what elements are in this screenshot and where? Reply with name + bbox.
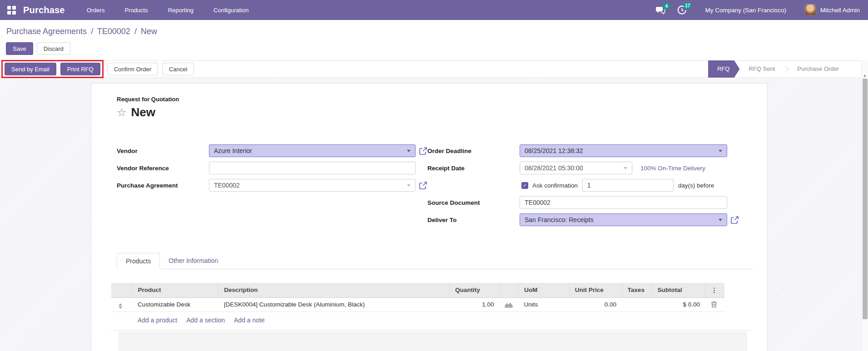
source-document-input[interactable] <box>520 196 727 209</box>
description-column-header: Description <box>218 283 450 297</box>
add-a-product-link[interactable]: Add a product <box>138 316 177 324</box>
menu-configuration[interactable]: Configuration <box>213 0 249 20</box>
drag-handle-icon[interactable] <box>117 303 122 309</box>
send-by-email-button[interactable]: Send by Email <box>5 63 56 75</box>
days-before-input[interactable] <box>582 179 674 192</box>
uom-column-header: UoM <box>518 283 569 297</box>
deliver-to-label: Deliver To <box>427 217 520 223</box>
tab-products[interactable]: Products <box>117 253 160 269</box>
field-grid: Vendor Azure Interior Vendor Reference <box>117 144 754 230</box>
purchase-agreement-select[interactable]: TE00002 <box>209 179 416 192</box>
vendor-select[interactable]: Azure Interior <box>209 144 416 157</box>
order-line-row[interactable]: Customizable Desk [DESK0004] Customizabl… <box>111 297 724 311</box>
confirm-order-button[interactable]: Confirm Order <box>107 63 158 75</box>
discard-button[interactable]: Discard <box>37 42 70 55</box>
order-lines-table: Product Description Quantity UoM Unit Pr… <box>111 283 724 312</box>
record-controls: Save Discard <box>0 40 868 60</box>
scrollbar-thumb[interactable] <box>863 79 868 319</box>
breadcrumb-purchase-agreements[interactable]: Purchase Agreements <box>6 27 87 36</box>
forecast-chart-icon[interactable] <box>505 302 513 308</box>
menu-products[interactable]: Products <box>124 0 149 20</box>
receipt-date-label: Receipt Date <box>427 165 520 172</box>
form-subtitle: Request for Quotation <box>117 96 754 103</box>
cell-product[interactable]: Customizable Desk <box>132 297 218 311</box>
scroll-up-icon[interactable]: ▲ <box>862 60 868 78</box>
sheet-divider <box>111 330 751 331</box>
deliver-to-select[interactable]: San Francisco: Receipts <box>520 213 727 226</box>
cell-taxes[interactable] <box>622 297 652 311</box>
menu-orders[interactable]: Orders <box>86 0 106 20</box>
cell-uom[interactable]: Units <box>518 297 569 311</box>
add-a-section-link[interactable]: Add a section <box>186 316 225 324</box>
quantity-column-header: Quantity <box>450 283 500 297</box>
on-time-delivery-stat: 100% On-Time Delivery <box>640 165 705 172</box>
source-document-label: Source Document <box>427 199 520 206</box>
breadcrumb: Purchase Agreements / TE00002 / New <box>0 20 868 40</box>
activities-button[interactable]: 17 <box>677 5 687 15</box>
record-title: New <box>131 105 155 119</box>
cancel-button[interactable]: Cancel <box>162 63 194 75</box>
breadcrumb-te00002[interactable]: TE00002 <box>97 27 130 36</box>
optional-columns-icon[interactable]: ⋮ <box>705 283 724 297</box>
nav-right: 4 17 My Company (San Francisco) Mitchell… <box>655 4 860 16</box>
chevron-down-icon <box>407 184 411 187</box>
breadcrumb-separator: / <box>133 27 139 36</box>
ask-confirmation-label[interactable]: Ask confirmation <box>532 182 578 189</box>
vendor-label: Vendor <box>117 148 209 154</box>
highlight-red-box: Send by Email Print RFQ <box>1 60 104 78</box>
deliver-to-external-link-icon[interactable] <box>730 216 739 224</box>
breadcrumb-separator: / <box>89 27 95 36</box>
purchase-agreement-label: Purchase Agreement <box>117 182 209 189</box>
product-column-header: Product <box>132 283 218 297</box>
delete-line-trash-icon[interactable] <box>711 301 717 308</box>
action-bar: Send by Email Print RFQ Confirm Order Ca… <box>0 60 868 78</box>
receipt-date-select[interactable]: 08/28/2021 05:30:00 <box>520 162 632 174</box>
order-deadline-select[interactable]: 08/25/2021 12:38:32 <box>520 144 727 157</box>
list-add-links: Add a product Add a section Add a note <box>138 316 754 324</box>
days-before-suffix: day(s) before <box>678 182 714 189</box>
cell-description[interactable]: [DESK0004] Customizable Desk (Aluminium,… <box>218 297 450 311</box>
vendor-external-link-icon[interactable] <box>419 147 427 155</box>
breadcrumb-current: New <box>141 27 157 36</box>
main-menu: Orders Products Reporting Configuration <box>86 0 250 20</box>
form-sheet: Request for Quotation ☆ New Vendor Azure… <box>91 83 768 351</box>
user-avatar[interactable] <box>804 4 816 16</box>
company-switcher[interactable]: My Company (San Francisco) <box>705 7 786 14</box>
user-menu[interactable]: Mitchell Admin <box>820 7 860 14</box>
messages-button[interactable]: 4 <box>655 6 665 15</box>
content-area: Request for Quotation ☆ New Vendor Azure… <box>0 78 868 351</box>
print-rfq-button[interactable]: Print RFQ <box>60 63 100 75</box>
save-button[interactable]: Save <box>6 42 33 55</box>
top-nav: Purchase Orders Products Reporting Confi… <box>0 0 868 20</box>
table-header-row: Product Description Quantity UoM Unit Pr… <box>111 283 724 297</box>
secondary-actions: Confirm Order Cancel <box>107 63 194 75</box>
stage-rfq-sent[interactable]: RFQ Sent <box>739 60 784 78</box>
ask-confirmation-checkbox[interactable]: ✓ <box>521 182 528 189</box>
tab-other-information[interactable]: Other Information <box>160 253 227 269</box>
forecast-column-header <box>499 283 518 297</box>
taxes-column-header: Taxes <box>622 283 652 297</box>
purchase-app-screen: Purchase Orders Products Reporting Confi… <box>0 0 868 351</box>
handle-column-header <box>111 283 132 297</box>
favorite-star-icon[interactable]: ☆ <box>117 107 127 118</box>
stage-rfq[interactable]: RFQ <box>708 60 739 78</box>
vendor-reference-input[interactable] <box>209 162 416 174</box>
stage-purchase-order[interactable]: Purchase Order <box>788 60 848 78</box>
chevron-down-icon <box>407 150 411 152</box>
vendor-reference-label: Vendor Reference <box>117 165 209 172</box>
apps-grid-icon[interactable] <box>7 6 16 15</box>
app-title[interactable]: Purchase <box>23 5 65 15</box>
chevron-down-icon <box>624 167 627 169</box>
purchase-agreement-external-link-icon[interactable] <box>419 181 427 190</box>
cell-unit-price[interactable]: 0.00 <box>569 297 622 311</box>
vertical-scrollbar[interactable]: ▲ <box>861 60 868 351</box>
add-a-note-link[interactable]: Add a note <box>234 316 265 324</box>
menu-reporting[interactable]: Reporting <box>167 0 194 20</box>
cell-subtotal[interactable]: $ 0.00 <box>652 297 705 311</box>
notebook-tabs: Products Other Information <box>117 253 754 269</box>
order-deadline-label: Order Deadline <box>427 148 520 154</box>
subtotal-column-header: Subtotal <box>652 283 705 297</box>
unit-price-column-header: Unit Price <box>569 283 622 297</box>
cell-quantity[interactable]: 1.00 <box>450 297 500 311</box>
chevron-down-icon <box>719 219 722 221</box>
